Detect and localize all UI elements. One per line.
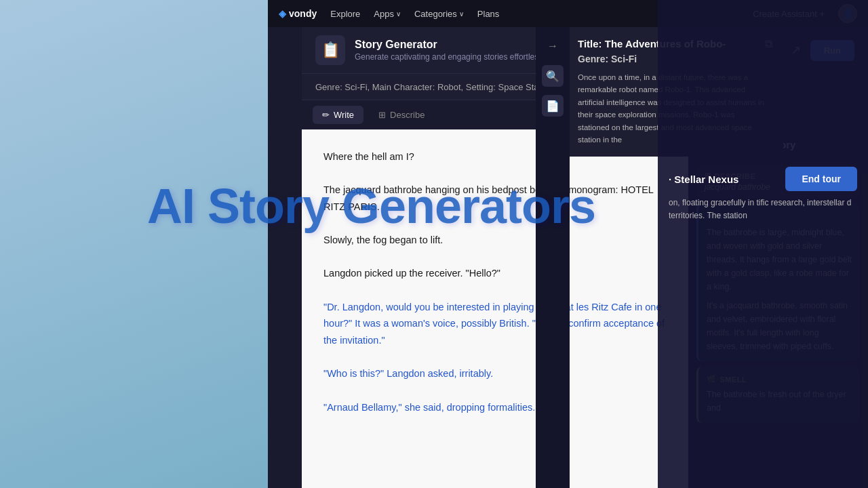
write-icon: ✏ <box>322 110 330 120</box>
nav-arrow-icon[interactable]: → <box>542 35 564 57</box>
nav-categories[interactable]: Categories ∨ <box>414 9 464 19</box>
app-icon: 📋 <box>315 35 345 65</box>
tour-stellar-nexus: · Stellar Nexus <box>669 174 738 185</box>
tab-describe-label: Describe <box>390 110 425 120</box>
story-para-6: "Who is this?" Langdon asked, irritably. <box>323 365 667 382</box>
story-para-2: The jacquard bathrobe hanging on his bed… <box>323 182 667 215</box>
story-panel: Where the hell am I? The jacquard bathro… <box>302 129 688 488</box>
story-para-3: Slowly, the fog began to lift. <box>323 232 667 249</box>
tab-write[interactable]: ✏ Write <box>313 106 363 124</box>
tour-overlay: · Stellar Nexus End tour on, floating gr… <box>658 0 868 488</box>
logo-icon: ◈ <box>279 8 286 19</box>
story-para-7: "Arnaud Bellamy," she said, dropping for… <box>323 399 667 416</box>
nav-search-icon[interactable]: 🔍 <box>542 65 564 87</box>
tour-body-text: on, floating gracefully in tific researc… <box>669 197 857 222</box>
sidebar-nav: → 🔍 📄 <box>536 27 570 488</box>
end-tour-button[interactable]: End tour <box>785 167 857 191</box>
nav-plans[interactable]: Plans <box>477 9 500 19</box>
nav-explore[interactable]: Explore <box>330 9 360 19</box>
tab-describe[interactable]: ⊞ Describe <box>369 106 434 124</box>
nav-logo[interactable]: ◈ vondy <box>279 8 317 19</box>
tab-write-label: Write <box>334 110 354 120</box>
describe-tab-icon: ⊞ <box>378 110 386 120</box>
sidebar-background <box>0 0 268 488</box>
story-para-5: "Dr. Langdon, would you be interested in… <box>323 299 667 349</box>
tour-content: · Stellar Nexus End tour on, floating gr… <box>658 156 868 233</box>
logo-text: vondy <box>289 8 317 19</box>
apps-chevron-icon: ∨ <box>396 10 401 18</box>
story-text: Where the hell am I? The jacquard bathro… <box>323 148 667 415</box>
categories-chevron-icon: ∨ <box>459 10 464 18</box>
story-para-4: Langdon picked up the receiver. "Hello?" <box>323 265 667 282</box>
nav-apps[interactable]: Apps ∨ <box>374 9 401 19</box>
nav-document-icon[interactable]: 📄 <box>542 95 564 117</box>
